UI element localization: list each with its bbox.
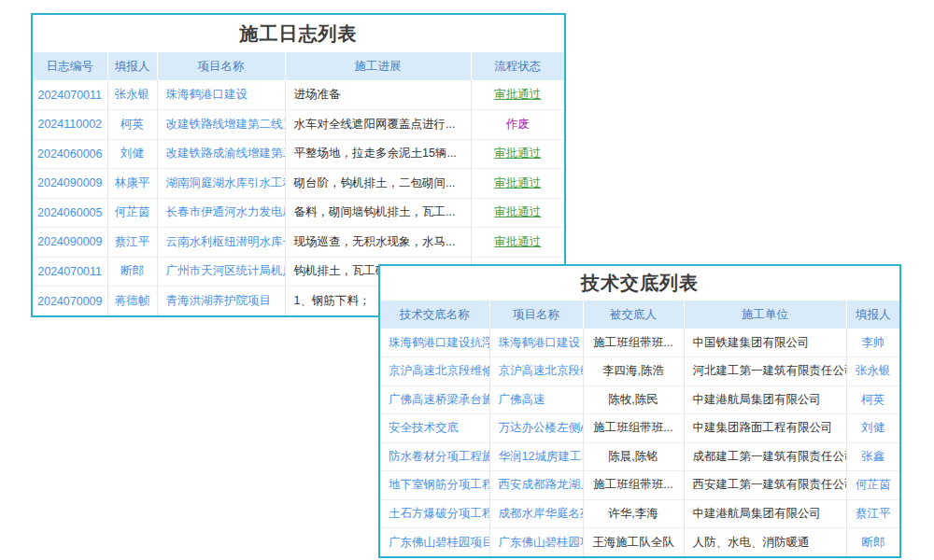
reporter-link[interactable]: 张永银 (115, 88, 150, 101)
reporter-link[interactable]: 刘健 (861, 421, 884, 434)
disclosure-name-link[interactable]: 防水卷材分项工程施... (389, 450, 489, 463)
disclosure-name-cell: 土石方爆破分项工程... (380, 499, 489, 528)
column-header-reporter: 填报人 (846, 301, 899, 329)
log-id-link[interactable]: 2024110002 (37, 118, 102, 131)
builder-unit-cell: 成都建工第一建筑有限责任公司 (684, 442, 846, 471)
reporter-link[interactable]: 李帅 (861, 336, 884, 349)
project-name-link[interactable]: 珠海鹤港口建设 (166, 88, 248, 101)
disclosure-name-link[interactable]: 安全技术交底 (389, 421, 459, 434)
disclosure-name-link[interactable]: 京沪高速北京段维修... (389, 364, 489, 377)
reporter-link[interactable]: 张鑫 (861, 450, 884, 463)
project-name-cell: 长春市伊通河水力发电厂... (157, 198, 285, 228)
status-badge[interactable]: 审批通过 (494, 205, 541, 218)
log-id-link[interactable]: 2024060006 (37, 147, 103, 161)
column-header-disclosure-name: 技术交底名称 (380, 301, 489, 329)
disclosure-name-link[interactable]: 广佛高速桥梁承台施... (389, 393, 489, 406)
recipient-cell: 陈牧,陈民 (583, 385, 684, 414)
reporter-link[interactable]: 柯英 (120, 118, 144, 131)
log-id-cell: 2024090009 (33, 169, 107, 199)
builder-unit-cell: 中建港航局集团有限公司 (684, 499, 846, 528)
builder-unit-cell: 中建港航局集团有限公司 (684, 385, 846, 414)
project-name-link[interactable]: 广东佛山碧桂园项目 (499, 536, 584, 549)
log-id-link[interactable]: 2024070009 (37, 295, 103, 308)
status-badge[interactable]: 审批通过 (494, 147, 541, 160)
project-name-link[interactable]: 成都水岸华庭名苑... (499, 507, 584, 520)
builder-unit-cell: 河北建工第一建筑有限责任公司 (684, 357, 846, 386)
project-name-cell: 京沪高速北京段维修 (489, 357, 583, 386)
recipient-cell: 施工班组带班... (583, 414, 684, 443)
project-name-link[interactable]: 广佛高速 (499, 393, 545, 406)
status-badge[interactable]: 审批通过 (494, 235, 541, 248)
project-name-cell: 云南水利枢纽潜明水库一... (157, 228, 285, 258)
project-name-link[interactable]: 改建铁路线增建第二线直... (166, 118, 286, 131)
table-row: 珠海鹤港口建设抗浮...珠海鹤港口建设施工班组带班...中国铁建集团有限公司李帅 (380, 329, 899, 357)
log-id-cell: 2024110002 (33, 110, 107, 140)
progress-cell: 水车对全线遮阳网覆盖点进行... (285, 110, 471, 140)
project-name-link[interactable]: 京沪高速北京段维修 (499, 364, 584, 377)
disclosure-name-link[interactable]: 土石方爆破分项工程... (389, 507, 489, 520)
project-name-link[interactable]: 华润12城房建工... (499, 450, 584, 463)
disclosure-name-cell: 防水卷材分项工程施... (380, 442, 489, 471)
status-badge[interactable]: 审批通过 (494, 88, 541, 101)
project-name-link[interactable]: 青海洪湖养护院项目 (166, 294, 272, 307)
status-badge[interactable]: 审批通过 (494, 176, 541, 189)
reporter-link[interactable]: 蔡江平 (856, 507, 891, 520)
log-id-cell: 2024070009 (33, 287, 107, 316)
reporter-cell: 张永银 (846, 357, 899, 386)
reporter-link[interactable]: 断郎 (120, 264, 144, 277)
reporter-link[interactable]: 何芷茵 (856, 478, 891, 491)
reporter-cell: 蒋德帧 (107, 287, 157, 316)
project-name-link[interactable]: 万达办公楼左侧A... (499, 421, 584, 434)
project-name-link[interactable]: 珠海鹤港口建设 (499, 336, 581, 349)
table-row: 地下室钢筋分项工程...西安成都路龙湖上...施工班组带班...西安建工第一建筑… (380, 471, 899, 500)
flow-status-cell: 审批通过 (471, 198, 564, 228)
log-id-link[interactable]: 2024070011 (37, 265, 102, 278)
column-header-project-name: 项目名称 (489, 301, 583, 329)
builder-unit-cell: 西安建工第一建筑有限责任公司 (684, 471, 846, 500)
project-name-link[interactable]: 西安成都路龙湖上... (499, 478, 584, 491)
reporter-cell: 断郎 (846, 528, 899, 557)
reporter-cell: 蔡江平 (846, 499, 899, 528)
project-name-link[interactable]: 长春市伊通河水力发电厂... (166, 205, 286, 218)
tech-disclosure-title: 技术交底列表 (380, 266, 899, 301)
disclosure-name-cell: 广佛高速桥梁承台施... (380, 385, 489, 414)
project-name-cell: 成都水岸华庭名苑... (489, 499, 583, 528)
reporter-link[interactable]: 何芷茵 (115, 205, 150, 218)
reporter-link[interactable]: 蒋德帧 (115, 294, 150, 307)
recipient-cell: 施工班组带班... (583, 329, 684, 357)
reporter-link[interactable]: 柯英 (861, 393, 884, 406)
recipient-cell: 王海施工队全队 (583, 528, 684, 557)
progress-cell: 进场准备 (285, 80, 471, 110)
reporter-cell: 刘健 (107, 139, 157, 169)
reporter-link[interactable]: 蔡江平 (115, 235, 150, 248)
log-id-link[interactable]: 2024090009 (37, 176, 103, 189)
table-row: 2024060005何芷茵长春市伊通河水力发电厂...备料，砌间墙钩机排土，瓦工… (33, 198, 564, 228)
reporter-link[interactable]: 张永银 (856, 364, 891, 377)
reporter-cell: 蔡江平 (107, 228, 157, 258)
header-row: 技术交底名称项目名称被交底人施工单位填报人 (380, 301, 899, 329)
reporter-link[interactable]: 断郎 (861, 536, 884, 549)
disclosure-name-link[interactable]: 地下室钢筋分项工程... (389, 478, 489, 491)
project-name-cell: 广东佛山碧桂园项目 (489, 528, 583, 557)
project-name-link[interactable]: 改建铁路成渝线增建第二... (166, 147, 286, 160)
project-name-link[interactable]: 广州市天河区统计局机房... (166, 264, 286, 277)
column-header-progress: 施工进展 (285, 52, 471, 80)
disclosure-name-cell: 广东佛山碧桂园项目... (380, 528, 489, 557)
project-name-cell: 西安成都路龙湖上... (489, 471, 583, 500)
project-name-link[interactable]: 湖南洞庭湖水库引水工程... (166, 176, 286, 189)
reporter-link[interactable]: 林康平 (115, 176, 150, 189)
project-name-link[interactable]: 云南水利枢纽潜明水库一... (166, 235, 286, 248)
builder-unit-cell: 中国铁建集团有限公司 (684, 329, 846, 357)
table-row: 防水卷材分项工程施...华润12城房建工...陈晨,陈铭成都建工第一建筑有限责任… (380, 442, 899, 471)
log-id-link[interactable]: 2024060005 (37, 206, 103, 219)
disclosure-name-link[interactable]: 珠海鹤港口建设抗浮... (389, 336, 489, 349)
reporter-cell: 断郎 (107, 257, 157, 287)
tech-disclosure-panel: 技术交底列表 技术交底名称项目名称被交底人施工单位填报人珠海鹤港口建设抗浮...… (378, 264, 901, 558)
progress-cell: 平整场地，拉走多余泥土15辆... (285, 139, 471, 169)
reporter-link[interactable]: 刘健 (120, 147, 144, 160)
log-id-link[interactable]: 2024070011 (37, 89, 102, 102)
column-header-flow-status: 流程状态 (471, 52, 564, 80)
disclosure-name-link[interactable]: 广东佛山碧桂园项目... (389, 536, 489, 549)
log-id-link[interactable]: 2024090009 (37, 235, 103, 248)
log-id-cell: 2024070011 (33, 257, 107, 287)
